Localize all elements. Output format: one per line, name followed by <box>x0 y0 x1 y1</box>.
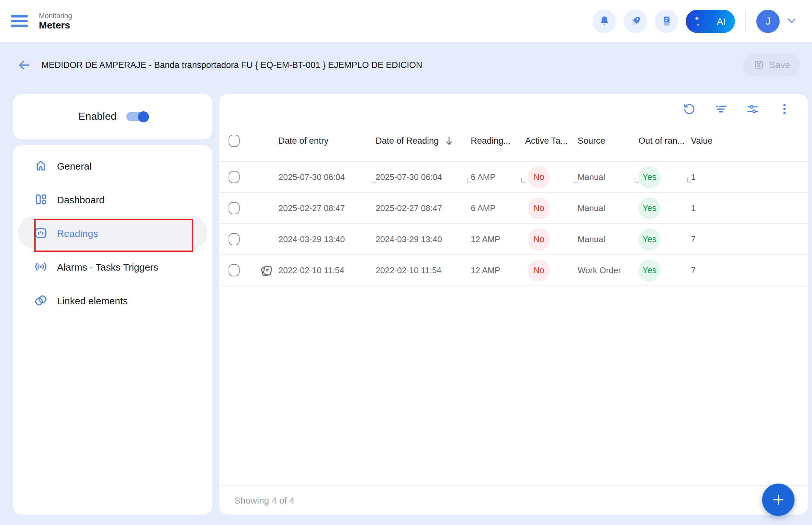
date-of-entry: 2025-07-30 06:04 <box>278 172 345 182</box>
back-button[interactable] <box>16 57 32 73</box>
table-toolbar <box>682 102 791 116</box>
save-button[interactable]: Save <box>743 54 800 76</box>
reading-value: 12 AMP <box>471 266 500 275</box>
reading-value: 6 AMP <box>471 203 496 213</box>
sparkle-icon: ✦ <box>694 15 700 22</box>
page-header: MEDIDOR DE AMPERAJE - Banda transportado… <box>0 42 812 87</box>
top-bar: Monitoring Meters ✦ ✦ AI <box>0 0 812 42</box>
source-value: Manual <box>578 203 605 213</box>
out-of-range-badge: Yes <box>638 197 661 219</box>
active-task-badge: No <box>528 228 550 250</box>
home-icon <box>34 159 48 173</box>
column-header-reading[interactable]: Reading... <box>471 136 525 145</box>
broadcast-icon <box>34 259 48 274</box>
table-row[interactable]: 2025-07-30 06:04 2025-07-30 06:04 6 AMP … <box>219 162 808 193</box>
date-of-reading: 2022-02-10 11:54 <box>375 266 441 275</box>
page-title: Meters <box>39 19 72 31</box>
column-header-active-task[interactable]: Active Ta... <box>525 136 578 145</box>
table-body: 2025-07-30 06:04 2025-07-30 06:04 6 AMP … <box>219 162 808 286</box>
sidebar-item-dashboard[interactable]: Dashboard <box>13 182 212 216</box>
row-checkbox[interactable] <box>228 171 240 183</box>
sidebar-item-label: Linked elements <box>57 295 128 306</box>
active-task-badge: No <box>528 166 550 188</box>
column-header-date-of-reading[interactable]: Date of Reading <box>375 136 471 145</box>
column-header-source[interactable]: Source <box>578 136 638 145</box>
sidebar-item-label: Readings <box>57 227 98 239</box>
ai-label: AI <box>717 16 726 27</box>
active-task-badge: No <box>528 259 550 281</box>
sidebar-item-label: Alarms - Tasks Triggers <box>57 261 158 272</box>
column-header-out-of-range[interactable]: Out of ran... <box>638 136 691 145</box>
filter-icon[interactable] <box>713 102 728 116</box>
app-window: Monitoring Meters ✦ ✦ AI <box>0 0 812 525</box>
readings-panel: Date of entry Date of Reading Reading...… <box>219 94 808 515</box>
reading-value: 12 AMP <box>471 234 500 244</box>
date-of-reading: 2025-02-27 08:47 <box>375 203 442 213</box>
column-header-value[interactable]: Value <box>691 136 808 145</box>
sidebar-item-alarms[interactable]: Alarms - Tasks Triggers <box>13 250 212 284</box>
save-icon <box>754 60 764 70</box>
save-label: Save <box>769 60 790 70</box>
ai-assistant-button[interactable]: ✦ ✦ AI <box>686 10 735 33</box>
refresh-icon[interactable] <box>682 102 696 116</box>
section-label: Monitoring <box>39 11 72 19</box>
add-reading-fab[interactable] <box>762 483 795 516</box>
rocket-icon <box>629 15 641 27</box>
notes-button[interactable] <box>655 10 678 33</box>
value-cell: 7 <box>691 234 695 244</box>
source-value: Work Order <box>578 266 621 275</box>
sidebar-item-label: Dashboard <box>57 194 105 205</box>
table-row[interactable]: 2024-03-29 13:40 2024-03-29 13:40 12 AMP… <box>219 224 808 255</box>
row-checkbox[interactable] <box>228 202 240 214</box>
more-vertical-icon[interactable] <box>777 102 791 116</box>
plus-icon <box>771 493 785 507</box>
sidebar-item-label: General <box>57 160 92 171</box>
date-of-entry: 2025-02-27 08:47 <box>278 203 345 213</box>
meter-icon <box>34 226 48 240</box>
hamburger-menu-icon[interactable] <box>11 15 28 27</box>
notes-icon <box>660 15 673 27</box>
column-header-date-of-entry[interactable]: Date of entry <box>258 136 375 145</box>
reading-value: 6 AMP <box>471 172 496 182</box>
sidebar-menu: General Dashboard Readings Alarms - Task… <box>13 145 212 515</box>
chevron-down-icon[interactable] <box>787 18 796 24</box>
table-row[interactable]: 2025-02-27 08:47 2025-02-27 08:47 6 AMP … <box>219 193 808 224</box>
source-value: Manual <box>578 172 605 182</box>
enabled-label: Enabled <box>78 111 116 122</box>
work-order-icon <box>259 263 274 278</box>
notifications-button[interactable] <box>592 10 616 33</box>
link-icon <box>34 293 48 308</box>
out-of-range-badge: Yes <box>638 228 661 250</box>
record-title: MEDIDOR DE AMPERAJE - Banda transportado… <box>42 60 422 70</box>
bell-icon <box>598 15 610 27</box>
enabled-toggle[interactable] <box>126 111 147 122</box>
tune-icon[interactable] <box>745 102 759 116</box>
date-of-entry: 2022-02-10 11:54 <box>278 266 344 275</box>
row-checkbox[interactable] <box>228 233 240 245</box>
sparkle-icon: ✦ <box>696 22 700 28</box>
sidebar-item-linked-elements[interactable]: Linked elements <box>13 284 212 317</box>
date-of-reading: 2024-03-29 13:40 <box>375 234 442 244</box>
active-task-badge: No <box>528 197 550 219</box>
sidebar-item-readings[interactable]: Readings <box>13 216 212 250</box>
user-avatar[interactable]: J <box>756 10 780 33</box>
sidebar-item-general[interactable]: General <box>13 149 212 182</box>
showing-count: Showing 4 of 4 <box>234 495 294 505</box>
table-row[interactable]: 2022-02-10 11:54 2022-02-10 11:54 12 AMP… <box>219 255 808 286</box>
select-all-checkbox[interactable] <box>228 134 240 147</box>
table-footer: Showing 4 of 4 <box>219 485 808 515</box>
sort-desc-icon[interactable] <box>444 136 453 145</box>
value-cell: 7 <box>691 266 695 275</box>
out-of-range-badge: Yes <box>638 166 661 188</box>
enabled-card: Enabled <box>13 94 212 139</box>
date-of-reading: 2025-07-30 06:04 <box>375 172 442 182</box>
avatar-initial: J <box>765 15 770 27</box>
value-cell: 1 <box>691 203 695 213</box>
value-cell: 1 <box>691 172 695 182</box>
dashboard-icon <box>34 192 48 207</box>
divider <box>745 10 746 32</box>
breadcrumb: Monitoring Meters <box>39 11 72 31</box>
out-of-range-badge: Yes <box>638 259 661 281</box>
row-checkbox[interactable] <box>228 264 240 276</box>
launch-button[interactable] <box>623 10 647 33</box>
